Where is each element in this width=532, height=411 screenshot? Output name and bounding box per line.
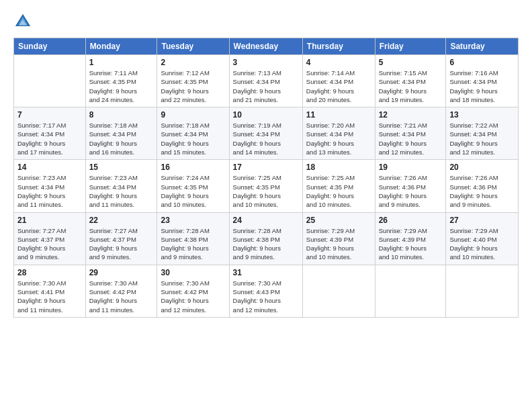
day-number: 15 bbox=[89, 163, 154, 172]
day-number: 23 bbox=[161, 216, 225, 225]
day-number: 25 bbox=[306, 216, 371, 225]
calendar-body: 1Sunrise: 7:11 AMSunset: 4:35 PMDaylight… bbox=[14, 55, 519, 318]
calendar-cell: 23Sunrise: 7:28 AMSunset: 4:38 PMDayligh… bbox=[157, 212, 229, 265]
calendar-cell: 1Sunrise: 7:11 AMSunset: 4:35 PMDaylight… bbox=[85, 55, 157, 107]
calendar-cell: 8Sunrise: 7:18 AMSunset: 4:34 PMDaylight… bbox=[85, 107, 157, 160]
day-number: 27 bbox=[449, 216, 515, 225]
calendar-cell: 28Sunrise: 7:30 AMSunset: 4:41 PMDayligh… bbox=[14, 265, 86, 317]
calendar-cell: 20Sunrise: 7:26 AMSunset: 4:36 PMDayligh… bbox=[446, 160, 519, 212]
day-number: 21 bbox=[17, 216, 82, 225]
calendar-cell bbox=[302, 265, 375, 317]
week-row-3: 21Sunrise: 7:27 AMSunset: 4:37 PMDayligh… bbox=[14, 212, 519, 265]
cell-content: Sunrise: 7:30 AMSunset: 4:42 PMDaylight:… bbox=[89, 279, 154, 314]
calendar-cell: 17Sunrise: 7:25 AMSunset: 4:35 PMDayligh… bbox=[229, 160, 302, 212]
calendar-cell: 19Sunrise: 7:26 AMSunset: 4:36 PMDayligh… bbox=[375, 160, 446, 212]
day-number: 1 bbox=[89, 58, 154, 67]
calendar-cell bbox=[14, 55, 86, 107]
day-number: 28 bbox=[17, 268, 82, 277]
calendar-cell: 18Sunrise: 7:25 AMSunset: 4:35 PMDayligh… bbox=[302, 160, 375, 212]
header bbox=[13, 12, 519, 31]
day-number: 6 bbox=[449, 58, 515, 67]
cell-content: Sunrise: 7:23 AMSunset: 4:34 PMDaylight:… bbox=[89, 173, 154, 209]
calendar-cell: 27Sunrise: 7:29 AMSunset: 4:40 PMDayligh… bbox=[446, 212, 519, 265]
calendar-header: SundayMondayTuesdayWednesdayThursdayFrid… bbox=[14, 38, 519, 55]
cell-content: Sunrise: 7:27 AMSunset: 4:37 PMDaylight:… bbox=[17, 226, 82, 262]
day-number: 29 bbox=[89, 268, 154, 277]
calendar-cell: 31Sunrise: 7:30 AMSunset: 4:43 PMDayligh… bbox=[229, 265, 302, 317]
days-header-row: SundayMondayTuesdayWednesdayThursdayFrid… bbox=[14, 38, 519, 55]
calendar-cell: 7Sunrise: 7:17 AMSunset: 4:34 PMDaylight… bbox=[14, 107, 86, 160]
calendar-cell: 6Sunrise: 7:16 AMSunset: 4:34 PMDaylight… bbox=[446, 55, 519, 107]
cell-content: Sunrise: 7:28 AMSunset: 4:38 PMDaylight:… bbox=[161, 226, 225, 262]
cell-content: Sunrise: 7:25 AMSunset: 4:35 PMDaylight:… bbox=[233, 173, 299, 209]
day-number: 9 bbox=[161, 110, 225, 120]
day-number: 18 bbox=[306, 163, 371, 172]
cell-content: Sunrise: 7:18 AMSunset: 4:34 PMDaylight:… bbox=[161, 121, 225, 156]
cell-content: Sunrise: 7:15 AMSunset: 4:34 PMDaylight:… bbox=[379, 68, 443, 104]
day-number: 24 bbox=[233, 216, 299, 225]
cell-content: Sunrise: 7:16 AMSunset: 4:34 PMDaylight:… bbox=[449, 68, 515, 104]
calendar-cell: 16Sunrise: 7:24 AMSunset: 4:35 PMDayligh… bbox=[157, 160, 229, 212]
day-number: 12 bbox=[379, 110, 443, 120]
calendar-cell: 5Sunrise: 7:15 AMSunset: 4:34 PMDaylight… bbox=[375, 55, 446, 107]
cell-content: Sunrise: 7:29 AMSunset: 4:39 PMDaylight:… bbox=[379, 226, 443, 262]
cell-content: Sunrise: 7:26 AMSunset: 4:36 PMDaylight:… bbox=[379, 173, 443, 209]
calendar: SundayMondayTuesdayWednesdayThursdayFrid… bbox=[13, 38, 519, 318]
calendar-cell: 2Sunrise: 7:12 AMSunset: 4:35 PMDaylight… bbox=[157, 55, 229, 107]
cell-content: Sunrise: 7:18 AMSunset: 4:34 PMDaylight:… bbox=[89, 121, 154, 156]
day-number: 4 bbox=[306, 58, 371, 67]
day-number: 11 bbox=[306, 110, 371, 120]
day-number: 22 bbox=[89, 216, 154, 225]
calendar-cell: 24Sunrise: 7:28 AMSunset: 4:38 PMDayligh… bbox=[229, 212, 302, 265]
day-number: 7 bbox=[17, 110, 82, 120]
cell-content: Sunrise: 7:20 AMSunset: 4:34 PMDaylight:… bbox=[306, 121, 371, 156]
day-number: 13 bbox=[449, 110, 515, 120]
day-number: 3 bbox=[233, 58, 299, 67]
cell-content: Sunrise: 7:24 AMSunset: 4:35 PMDaylight:… bbox=[161, 173, 225, 209]
calendar-cell: 12Sunrise: 7:21 AMSunset: 4:34 PMDayligh… bbox=[375, 107, 446, 160]
day-number: 5 bbox=[379, 58, 443, 67]
cell-content: Sunrise: 7:22 AMSunset: 4:34 PMDaylight:… bbox=[449, 121, 515, 156]
calendar-cell: 9Sunrise: 7:18 AMSunset: 4:34 PMDaylight… bbox=[157, 107, 229, 160]
cell-content: Sunrise: 7:11 AMSunset: 4:35 PMDaylight:… bbox=[89, 68, 154, 104]
day-number: 8 bbox=[89, 110, 154, 120]
day-number: 10 bbox=[233, 110, 299, 120]
week-row-1: 7Sunrise: 7:17 AMSunset: 4:34 PMDaylight… bbox=[14, 107, 519, 160]
calendar-cell: 25Sunrise: 7:29 AMSunset: 4:39 PMDayligh… bbox=[302, 212, 375, 265]
cell-content: Sunrise: 7:12 AMSunset: 4:35 PMDaylight:… bbox=[161, 68, 225, 104]
day-header-friday: Friday bbox=[375, 38, 446, 55]
calendar-cell: 30Sunrise: 7:30 AMSunset: 4:42 PMDayligh… bbox=[157, 265, 229, 317]
day-number: 14 bbox=[17, 163, 82, 172]
cell-content: Sunrise: 7:19 AMSunset: 4:34 PMDaylight:… bbox=[233, 121, 299, 156]
day-number: 19 bbox=[379, 163, 443, 172]
cell-content: Sunrise: 7:30 AMSunset: 4:42 PMDaylight:… bbox=[161, 279, 225, 314]
cell-content: Sunrise: 7:13 AMSunset: 4:34 PMDaylight:… bbox=[233, 68, 299, 104]
day-header-saturday: Saturday bbox=[446, 38, 519, 55]
week-row-2: 14Sunrise: 7:23 AMSunset: 4:34 PMDayligh… bbox=[14, 160, 519, 212]
calendar-cell: 26Sunrise: 7:29 AMSunset: 4:39 PMDayligh… bbox=[375, 212, 446, 265]
day-header-sunday: Sunday bbox=[14, 38, 86, 55]
day-header-wednesday: Wednesday bbox=[229, 38, 302, 55]
cell-content: Sunrise: 7:28 AMSunset: 4:38 PMDaylight:… bbox=[233, 226, 299, 262]
day-header-thursday: Thursday bbox=[302, 38, 375, 55]
day-header-monday: Monday bbox=[85, 38, 157, 55]
cell-content: Sunrise: 7:17 AMSunset: 4:34 PMDaylight:… bbox=[17, 121, 82, 156]
cell-content: Sunrise: 7:23 AMSunset: 4:34 PMDaylight:… bbox=[17, 173, 82, 209]
calendar-cell: 3Sunrise: 7:13 AMSunset: 4:34 PMDaylight… bbox=[229, 55, 302, 107]
calendar-cell: 4Sunrise: 7:14 AMSunset: 4:34 PMDaylight… bbox=[302, 55, 375, 107]
calendar-cell bbox=[446, 265, 519, 317]
logo-icon bbox=[13, 12, 32, 31]
cell-content: Sunrise: 7:26 AMSunset: 4:36 PMDaylight:… bbox=[449, 173, 515, 209]
cell-content: Sunrise: 7:14 AMSunset: 4:34 PMDaylight:… bbox=[306, 68, 371, 104]
calendar-cell: 15Sunrise: 7:23 AMSunset: 4:34 PMDayligh… bbox=[85, 160, 157, 212]
day-number: 31 bbox=[233, 268, 299, 277]
week-row-0: 1Sunrise: 7:11 AMSunset: 4:35 PMDaylight… bbox=[14, 55, 519, 107]
calendar-cell: 10Sunrise: 7:19 AMSunset: 4:34 PMDayligh… bbox=[229, 107, 302, 160]
calendar-cell: 21Sunrise: 7:27 AMSunset: 4:37 PMDayligh… bbox=[14, 212, 86, 265]
day-number: 16 bbox=[161, 163, 225, 172]
cell-content: Sunrise: 7:21 AMSunset: 4:34 PMDaylight:… bbox=[379, 121, 443, 156]
page: SundayMondayTuesdayWednesdayThursdayFrid… bbox=[0, 0, 532, 411]
calendar-cell: 11Sunrise: 7:20 AMSunset: 4:34 PMDayligh… bbox=[302, 107, 375, 160]
day-number: 20 bbox=[449, 163, 515, 172]
calendar-cell bbox=[375, 265, 446, 317]
